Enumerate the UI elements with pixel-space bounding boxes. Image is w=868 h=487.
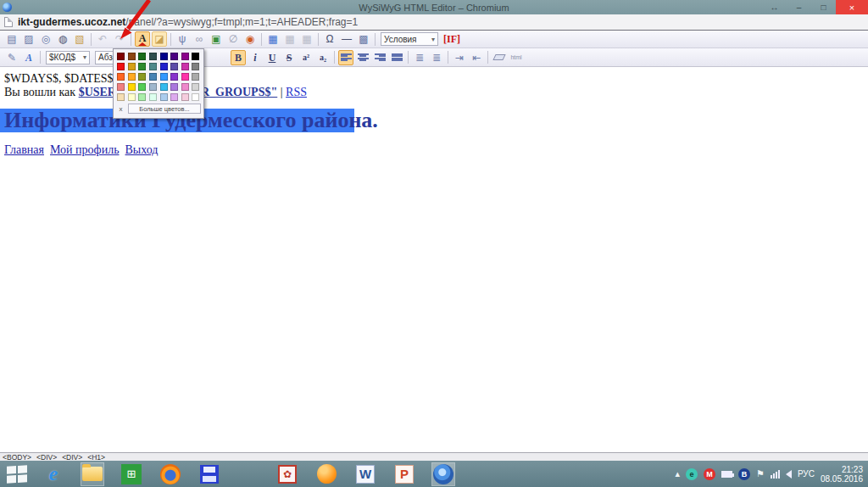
color-swatch[interactable] <box>192 83 199 91</box>
color-swatch[interactable] <box>149 53 157 60</box>
edit-pencil-icon[interactable]: ✎ <box>4 50 19 65</box>
nav-link[interactable]: Мой профиль <box>50 143 120 156</box>
taskbar-orange-app-icon[interactable] <box>315 463 337 485</box>
editor-content[interactable]: $WDAYS$, $DATES$, $TIM Вы вошли как $USE… <box>0 67 868 452</box>
horizontal-rule-icon[interactable]: — <box>339 31 354 47</box>
color-swatch[interactable] <box>181 93 189 101</box>
taskbar-chromium-icon[interactable] <box>432 463 454 485</box>
color-swatch[interactable] <box>117 73 125 81</box>
color-swatch[interactable] <box>138 83 146 91</box>
color-swatch[interactable] <box>149 73 157 81</box>
color-swatch[interactable] <box>192 63 199 70</box>
color-swatch[interactable] <box>170 63 178 70</box>
status-tag[interactable]: <DIV> <box>36 453 57 462</box>
antivirus-tray-icon[interactable]: e <box>686 468 698 480</box>
color-swatch[interactable] <box>170 93 178 101</box>
color-swatch[interactable] <box>160 93 168 101</box>
anchor-icon[interactable]: ψ <box>175 31 190 47</box>
italic-button[interactable]: i <box>248 50 263 65</box>
color-swatch[interactable] <box>128 73 136 81</box>
styles-icon[interactable]: A <box>21 50 36 65</box>
bold-button[interactable]: B <box>231 50 246 65</box>
close-button[interactable]: × <box>836 0 868 14</box>
taskbar-ie-icon[interactable]: e <box>42 463 64 485</box>
network-signal-icon[interactable] <box>771 470 780 479</box>
align-left-button[interactable] <box>338 50 353 65</box>
color-swatch[interactable] <box>160 63 168 70</box>
color-swatch[interactable] <box>181 83 189 91</box>
color-swatch[interactable] <box>170 83 178 91</box>
indent-icon[interactable]: ⇥ <box>452 50 467 65</box>
color-swatch[interactable] <box>160 83 168 91</box>
color-swatch[interactable] <box>138 63 146 70</box>
taskbar-explorer-icon[interactable] <box>81 463 103 485</box>
table-cell-icon[interactable]: ▦ <box>299 31 314 47</box>
color-swatch[interactable] <box>192 93 199 101</box>
color-swatch[interactable] <box>117 63 125 70</box>
window-float-button[interactable]: ↔ <box>762 0 787 14</box>
underline-button[interactable]: U <box>264 50 280 65</box>
color-swatch[interactable] <box>170 73 178 81</box>
if-tag-button[interactable]: [IF] <box>443 33 460 46</box>
color-swatch[interactable] <box>192 53 199 60</box>
status-tag[interactable]: <DIV> <box>62 453 82 462</box>
paste-icon[interactable]: ▧ <box>72 31 87 47</box>
table-props-icon[interactable]: ▦ <box>282 31 298 47</box>
unordered-list-icon[interactable]: ≣ <box>429 50 444 65</box>
status-tag[interactable]: <BODY> <box>3 453 31 462</box>
color-swatch[interactable] <box>181 63 189 70</box>
start-button[interactable] <box>7 465 27 484</box>
action-center-flag-icon[interactable]: ⚑ <box>756 468 765 479</box>
color-swatch[interactable] <box>138 93 146 101</box>
maximize-button[interactable]: □ <box>811 0 836 14</box>
color-swatch[interactable] <box>149 63 157 70</box>
taskbar-firefox-icon[interactable] <box>159 463 181 485</box>
nav-link[interactable]: Выход <box>125 143 159 156</box>
color-swatch[interactable] <box>138 53 146 60</box>
taskbar-word-icon[interactable]: W <box>354 463 376 485</box>
special-char-icon[interactable]: Ω <box>322 31 337 47</box>
image-icon[interactable]: ▣ <box>209 31 224 47</box>
taskbar-image-app-icon[interactable]: ✿ <box>276 463 298 485</box>
color-swatch[interactable] <box>117 83 125 91</box>
zoom-icon[interactable]: ◎ <box>38 31 53 47</box>
subscript-button[interactable]: a₂ <box>315 50 331 65</box>
color-swatch[interactable] <box>128 83 136 91</box>
nav-link[interactable]: Главная <box>4 143 44 156</box>
color-swatch[interactable] <box>138 73 146 81</box>
color-swatch[interactable] <box>170 53 178 60</box>
color-swatch[interactable] <box>160 53 168 60</box>
media-icon[interactable]: ◉ <box>242 31 258 47</box>
ordered-list-icon[interactable]: ≣ <box>412 50 427 65</box>
color-swatch[interactable] <box>128 53 136 60</box>
palette-close-button[interactable]: x <box>116 104 125 114</box>
find-icon[interactable]: ◍ <box>55 31 70 47</box>
mail-tray-icon[interactable]: M <box>704 468 715 480</box>
color-swatch[interactable] <box>192 73 199 81</box>
language-indicator[interactable]: РУС <box>798 469 815 479</box>
tray-expand-icon[interactable]: ▴ <box>676 468 681 479</box>
save-icon[interactable]: ▤ <box>4 31 19 47</box>
code-select[interactable]: $КОД$ ▾ <box>46 51 90 64</box>
taskbar-powerpoint-icon[interactable]: P <box>393 463 415 485</box>
preview-icon[interactable]: ▨ <box>21 31 36 47</box>
color-swatch[interactable] <box>128 93 136 101</box>
url-text[interactable]: ikt-gudermes.ucoz.net/panel/?a=wysiwyg;f… <box>18 16 358 28</box>
strikethrough-button[interactable]: S <box>281 50 297 65</box>
volume-icon[interactable] <box>786 470 792 479</box>
taskbar-store-icon[interactable]: ⊞ <box>120 463 142 485</box>
align-justify-button[interactable] <box>389 50 404 65</box>
align-right-button[interactable] <box>372 50 387 65</box>
rss-link[interactable]: RSS <box>286 86 307 98</box>
taskbar-browser-circle-icon[interactable] <box>237 463 259 485</box>
color-swatch[interactable] <box>181 73 189 81</box>
color-swatch[interactable] <box>149 93 157 101</box>
link-icon[interactable]: ∞ <box>192 31 207 47</box>
color-swatch[interactable] <box>160 73 168 81</box>
conditions-select[interactable]: Условия ▾ <box>381 32 438 46</box>
align-center-button[interactable] <box>355 50 370 65</box>
color-swatch[interactable] <box>149 83 157 91</box>
table-icon[interactable]: ▦ <box>265 31 281 47</box>
color-swatch[interactable] <box>181 53 189 60</box>
color-swatch[interactable] <box>117 93 125 101</box>
